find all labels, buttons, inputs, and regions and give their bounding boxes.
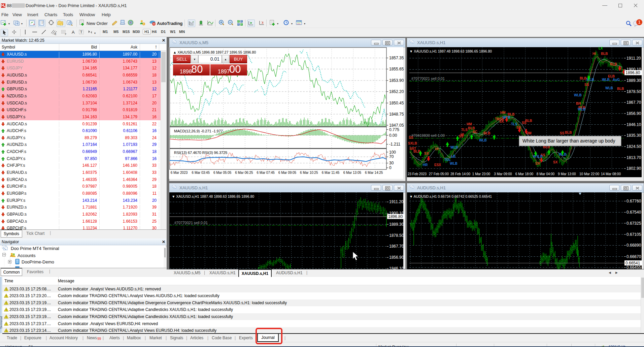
svg-text:10 Mar 22:00: 10 Mar 22:00 — [579, 172, 599, 176]
svg-text:F: F — [65, 33, 66, 35]
svg-text:0.67325: 0.67325 — [626, 221, 641, 226]
svg-text:1896.80: 1896.80 — [388, 214, 403, 219]
svg-text:WLB: WLB — [479, 138, 487, 142]
svg-text:WLB: WLB — [605, 86, 613, 90]
svg-text:White Long Bar larger than ave: White Long Bar larger than average up bo… — [522, 138, 615, 144]
svg-text:1911.20: 1911.20 — [389, 199, 404, 204]
svg-text:E: E — [55, 33, 57, 35]
svg-text:8 Mar 04:00: 8 Mar 04:00 — [537, 172, 555, 176]
svg-text:6 Mar 18:00: 6 Mar 18:00 — [515, 172, 534, 176]
svg-text:3 Mar 09:00: 3 Mar 09:00 — [494, 172, 512, 176]
svg-text:BLB: BLB — [468, 126, 475, 130]
svg-text:WLB: WLB — [602, 78, 610, 82]
svg-text:WLB: WLB — [450, 146, 458, 149]
svg-text:SX: SX — [516, 126, 521, 129]
svg-text:BLB: BLB — [483, 131, 490, 135]
svg-text:SS: SS — [409, 136, 413, 139]
svg-text:BLB: BLB — [610, 62, 617, 66]
svg-text:▼ XAUUSD.s,H1 1887.48 1898.63: ▼ XAUUSD.s,H1 1887.48 1898.63 1886.65 18… — [172, 194, 254, 198]
svg-text:1852.20: 1852.20 — [389, 89, 404, 94]
svg-text:0.66455: 0.66455 — [626, 265, 641, 269]
svg-text:1: 1 — [638, 20, 640, 25]
svg-text:0.66670: 0.66670 — [626, 254, 641, 259]
svg-text:SC: SC — [473, 130, 477, 134]
svg-text:0.66541: 0.66541 — [625, 261, 640, 265]
svg-text:LX: LX — [599, 46, 603, 50]
svg-text:1846.10: 1846.10 — [389, 266, 404, 269]
svg-text:HI: HI — [435, 147, 438, 151]
svg-text:1855.65: 1855.65 — [389, 67, 404, 71]
svg-text:1889.30: 1889.30 — [626, 78, 641, 83]
svg-text:SS: SS — [560, 131, 565, 135]
svg-text:6 Mar 14:25: 6 Mar 14:25 — [365, 171, 383, 175]
svg-text:6 Mar 03:45: 6 Mar 03:45 — [192, 171, 210, 175]
svg-text:6 Mar 06:25: 6 Mar 06:25 — [235, 171, 253, 175]
svg-text:SXLB: SXLB — [408, 141, 417, 145]
svg-text:SX: SX — [553, 160, 558, 164]
svg-text:70: 70 — [389, 154, 394, 159]
svg-text:6 Mar 2023: 6 Mar 2023 — [171, 171, 188, 175]
svg-text:1856.90: 1856.90 — [389, 255, 404, 260]
svg-text:1802.90: 1802.90 — [626, 166, 641, 171]
svg-text:BLB: BLB — [565, 131, 572, 134]
svg-text:BH: BH — [576, 102, 581, 105]
svg-text:SS: SS — [459, 134, 464, 138]
svg-text:27 Feb 05:00: 27 Feb 05:00 — [429, 172, 449, 176]
svg-text:1848.75: 1848.75 — [389, 112, 404, 117]
svg-text:1824.50: 1824.50 — [626, 144, 641, 149]
svg-text:SS: SS — [584, 83, 589, 87]
svg-text:HM: HM — [500, 111, 506, 115]
svg-text:6 Mar 13:05: 6 Mar 13:05 — [343, 171, 362, 175]
svg-text:AuG: AuG — [613, 78, 620, 82]
svg-text:1 Mar 23:00: 1 Mar 23:00 — [472, 172, 490, 176]
svg-text:WLB: WLB — [586, 78, 594, 82]
svg-text:TLS: TLS — [461, 128, 468, 132]
svg-text:▼ XAUUSD.s,H1 1887.48 1898.63: ▼ XAUUSD.s,H1 1887.48 1898.63 1886.65 18… — [409, 49, 492, 53]
svg-text:14 Mar 08:00: 14 Mar 08:00 — [601, 172, 621, 176]
svg-text:0.66890: 0.66890 — [626, 243, 641, 248]
svg-text:1878.50: 1878.50 — [626, 89, 641, 94]
svg-text:SX: SX — [535, 162, 540, 165]
svg-text:1867.70: 1867.70 — [389, 244, 404, 249]
svg-text:100: 100 — [389, 150, 396, 155]
svg-text:28 Feb 14:00: 28 Feb 14:00 — [450, 172, 470, 176]
svg-text:RSI(13) 67.4670 RSI(3) 96.372: RSI(13) 67.4670 RSI(3) 96.3725 — [174, 151, 227, 155]
svg-text:#70770021 sell 0.01: #70770021 sell 0.01 — [174, 221, 208, 225]
svg-text:MACD(12,26,9) -0.271 -1.977: MACD(12,26,9) -0.271 -1.977 — [174, 129, 223, 133]
svg-text:1867.70: 1867.70 — [626, 100, 641, 105]
svg-text:SX: SX — [499, 120, 504, 123]
svg-text:#70770021 sell 0.01: #70770021 sell 0.01 — [411, 76, 445, 81]
svg-text:0.00: 0.00 — [389, 133, 397, 138]
svg-text:6 Mar 05:05: 6 Mar 05:05 — [213, 171, 232, 175]
svg-text:1911.20: 1911.20 — [626, 56, 641, 61]
svg-text:1896.80: 1896.80 — [625, 70, 640, 75]
svg-text:BLB: BLB — [580, 76, 587, 80]
svg-text:HR: HR — [423, 163, 428, 167]
svg-text:BLB: BLB — [601, 52, 608, 56]
svg-text:A: A — [72, 30, 75, 35]
svg-text:HM: HM — [467, 122, 472, 126]
svg-text:1889.30: 1889.30 — [389, 222, 404, 227]
svg-text:SS: SS — [522, 121, 527, 125]
svg-text:T: T — [80, 30, 82, 34]
svg-text:6 Mar 09:05: 6 Mar 09:05 — [278, 171, 297, 175]
svg-text:0.67760: 0.67760 — [626, 199, 641, 203]
svg-text:BLB: BLB — [617, 87, 624, 91]
svg-text:1846.10: 1846.10 — [626, 122, 641, 127]
svg-text:HI: HI — [592, 52, 596, 56]
svg-text:6 Mar 11:45: 6 Mar 11:45 — [322, 171, 340, 175]
svg-text:1878.50: 1878.50 — [389, 233, 404, 238]
svg-text:▼ AUDUSD.s,H1 0.66734 0.66742: ▼ AUDUSD.s,H1 0.66734 0.66742 0.66525 0.… — [409, 194, 492, 198]
svg-text:6 Mar 07:45: 6 Mar 07:45 — [257, 171, 275, 175]
svg-text:LB: LB — [451, 155, 455, 158]
svg-text:WLB: WLB — [450, 162, 457, 165]
svg-text:1857.35: 1857.35 — [389, 56, 404, 60]
svg-text:1813.70: 1813.70 — [626, 155, 641, 160]
svg-text:23 Feb 2023: 23 Feb 2023 — [408, 172, 427, 176]
svg-text:9 Mar 13:00: 9 Mar 13:00 — [558, 172, 576, 176]
svg-text:WLB: WLB — [578, 107, 585, 111]
svg-text:ESX: ESX — [434, 163, 441, 167]
svg-text:1835.30: 1835.30 — [626, 133, 641, 138]
svg-text:SX: SX — [424, 152, 429, 155]
svg-text:0: 0 — [389, 165, 392, 170]
